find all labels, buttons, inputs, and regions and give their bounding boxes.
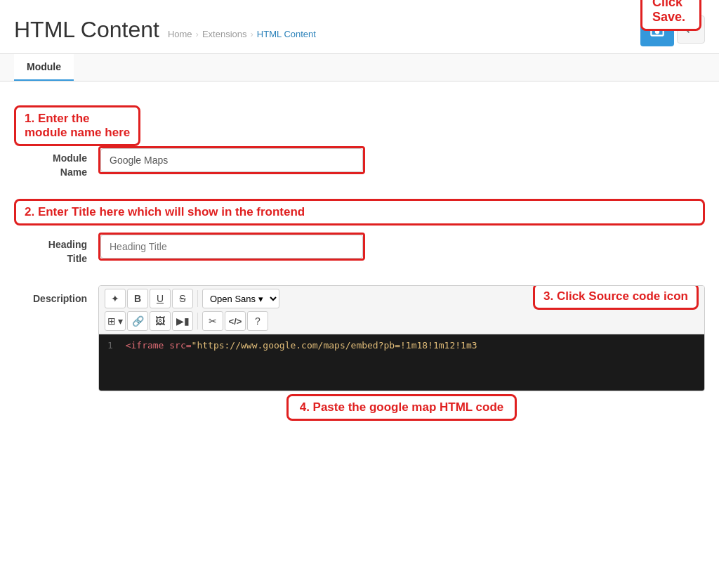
module-name-input-wrapper: [98, 146, 365, 174]
module-name-label: Module Name: [14, 146, 98, 179]
annotation-1-text: 1. Enter the module name here: [25, 112, 130, 139]
heading-title-label: Heading Title: [14, 233, 98, 266]
code-text: <iframe src="https://www.google.com/maps…: [126, 340, 477, 351]
toolbar-sep-1: [197, 290, 198, 307]
editor-wrapper: ✦ B U S Open Sans ▾: [98, 285, 705, 391]
editor-body[interactable]: 1 <iframe src="https://www.google.com/ma…: [99, 334, 704, 391]
module-name-input[interactable]: [100, 148, 363, 172]
source-code-btn[interactable]: </>: [225, 311, 246, 331]
heading-title-field: [98, 233, 705, 261]
page-title: HTML Content: [14, 17, 159, 43]
annotation-2-text: 2. Enter Title here which will show in t…: [25, 205, 305, 218]
paste-annotation-text: 4. Paste the google map HTML code: [300, 400, 504, 414]
annotation-2-box: 2. Enter Title here which will show in t…: [14, 199, 705, 226]
breadcrumb: Home › Extensions › HTML Content: [168, 29, 316, 39]
description-field: ✦ B U S Open Sans ▾: [98, 285, 705, 421]
page-wrapper: HTML Content Home › Extensions › HTML Co…: [0, 0, 719, 588]
bold-btn[interactable]: B: [127, 289, 148, 308]
magic-btn[interactable]: ✦: [105, 289, 126, 308]
page-title-area: HTML Content Home › Extensions › HTML Co…: [14, 17, 316, 43]
annotation-1-area: 1. Enter the module name here Module Nam…: [14, 96, 705, 179]
breadcrumb-extensions[interactable]: Extensions: [202, 29, 247, 39]
toolbar-row-1: ✦ B U S Open Sans ▾: [105, 289, 699, 308]
editor-code: 1 <iframe src="https://www.google.com/ma…: [107, 340, 696, 351]
breadcrumb-sep-1: ›: [196, 29, 199, 39]
strikethrough-btn[interactable]: S: [172, 289, 193, 308]
heading-title-input-wrapper: [98, 233, 365, 261]
breadcrumb-current: HTML Content: [257, 29, 316, 39]
save-annotation-text: 5. Click Save.: [652, 0, 685, 24]
table-btn[interactable]: ⊞ ▾: [105, 311, 126, 331]
help-btn[interactable]: ?: [247, 311, 268, 331]
page-header: HTML Content Home › Extensions › HTML Co…: [0, 0, 719, 54]
line-number: 1: [107, 340, 113, 351]
breadcrumb-sep-2: ›: [251, 29, 253, 39]
paste-annotation-wrapper: 4. Paste the google map HTML code: [98, 394, 705, 421]
description-row: Description ✦ B U S: [14, 285, 705, 421]
heading-title-input[interactable]: [100, 235, 363, 259]
tab-module[interactable]: Module: [14, 54, 74, 81]
heading-title-row: Heading Title: [14, 233, 705, 266]
source-annotation: 3. Click Source code icon: [533, 285, 699, 310]
description-label: Description: [14, 285, 98, 306]
annotation-1-box: 1. Enter the module name here: [14, 105, 140, 146]
breadcrumb-home[interactable]: Home: [168, 29, 192, 39]
underline-btn[interactable]: U: [150, 289, 171, 308]
font-select[interactable]: Open Sans ▾: [202, 289, 279, 308]
toolbar-row-2: ⊞ ▾ 🔗 🖼 ▶▮ ✂ </> ?: [105, 311, 699, 331]
form-section: 1. Enter the module name here Module Nam…: [0, 81, 719, 455]
module-name-field: [98, 146, 705, 174]
save-annotation: 5. Click Save.: [640, 0, 701, 31]
source-annotation-text: 3. Click Source code icon: [543, 289, 688, 303]
media-btn[interactable]: ▶▮: [172, 311, 193, 331]
paste-annotation: 4. Paste the google map HTML code: [286, 394, 517, 421]
save-annotation-wrapper: 5. Click Save.: [640, 0, 701, 31]
toolbar-sep-2: [197, 313, 198, 329]
link-btn[interactable]: 🔗: [127, 311, 148, 331]
cut-btn[interactable]: ✂: [202, 311, 223, 331]
tab-bar: Module: [0, 54, 719, 81]
editor-toolbar: ✦ B U S Open Sans ▾: [99, 286, 704, 334]
header-toolbar: 5. Click Save. ↩: [640, 13, 705, 46]
content-area: Module 1. Enter the module name here Mod…: [0, 54, 719, 455]
module-name-row: Module Name: [14, 146, 705, 179]
image-btn[interactable]: 🖼: [150, 311, 171, 331]
